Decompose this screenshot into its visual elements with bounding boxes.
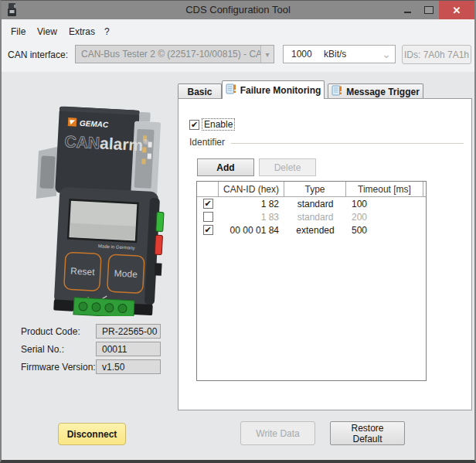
device-brand-text: GEMAC	[80, 119, 110, 129]
minimize-button[interactable]	[397, 1, 418, 19]
cell-can-id: 00 00 01 84	[219, 225, 284, 236]
header-can-id[interactable]: CAN-ID (hex)	[219, 182, 284, 196]
window-controls: ✕	[397, 1, 474, 19]
tab-failure-monitoring[interactable]: Failure Monitoring	[222, 80, 325, 99]
tab-basic-label: Basic	[187, 87, 212, 97]
table-row[interactable]: 1 83 standard 200	[197, 210, 426, 223]
tab-basic[interactable]: Basic	[178, 83, 222, 99]
red-led	[155, 235, 162, 254]
row-checkbox[interactable]: ✔	[203, 199, 213, 209]
table-row[interactable]: ✔ 1 82 standard 100	[197, 197, 426, 210]
enable-row: ✔ Enable	[189, 118, 235, 131]
enable-checkbox[interactable]: ✔	[189, 120, 199, 130]
table-row[interactable]: ✔ 00 00 01 84 extended 500	[197, 223, 426, 237]
bitrate-select[interactable]: 1000 kBit/s ⌄	[283, 45, 396, 63]
bitrate-value: 1000	[284, 49, 324, 60]
menu-view[interactable]: View	[34, 25, 60, 39]
cell-can-id: 1 82	[219, 199, 284, 209]
close-icon: ✕	[453, 5, 461, 16]
identifier-group-label: Identifier	[189, 137, 225, 148]
menu-file[interactable]: File	[8, 25, 29, 39]
device-product-suffix-text: alarm	[100, 134, 144, 154]
header-type[interactable]: Type	[284, 182, 346, 196]
header-timeout[interactable]: Timeout [ms]	[346, 182, 423, 196]
cell-can-id: 1 83	[219, 212, 284, 223]
device-registered-mark: ®	[143, 138, 149, 145]
menu-help[interactable]: ?	[101, 25, 113, 39]
add-button[interactable]: Add	[197, 158, 254, 176]
tab-message-trigger[interactable]: Message Trigger	[328, 83, 423, 99]
serial-number-label: Serial No.:	[21, 344, 64, 355]
title-bar[interactable]: CDS Configuration Tool ✕	[2, 1, 474, 19]
header-spacer	[423, 182, 426, 196]
restore-default-button[interactable]: Restore Default	[330, 421, 405, 445]
device-reset-button-text: Reset	[70, 266, 96, 278]
monitor-alert-icon	[226, 83, 236, 97]
disconnect-button[interactable]: Disconnect	[58, 423, 126, 445]
bitrate-unit: kBit/s	[324, 49, 378, 60]
menu-extras[interactable]: Extras	[66, 25, 98, 39]
maximize-button[interactable]	[418, 1, 439, 19]
monitor-alert-icon	[332, 85, 342, 98]
product-code-label: Product Code:	[21, 326, 80, 337]
header-check-column	[197, 182, 219, 196]
device-product-prefix-text: CAN	[64, 132, 100, 151]
cell-timeout: 200	[346, 212, 423, 223]
tab-failure-monitoring-label: Failure Monitoring	[240, 85, 321, 96]
app-window: CDS Configuration Tool ✕ File View Extra…	[0, 0, 476, 463]
cell-timeout: 500	[346, 225, 423, 236]
firmware-version-label: Firmware Version:	[21, 362, 96, 373]
ids-button: IDs: 7A0h 7A1h	[402, 45, 471, 64]
delete-button: Delete	[259, 158, 316, 176]
cell-type: standard	[284, 212, 346, 223]
chevron-down-icon: ⌄	[378, 48, 395, 60]
can-interface-label: CAN interface:	[8, 49, 68, 60]
can-interface-select: CAN-Bus Tester 2 © (22517-10/00815) - CA…	[75, 45, 274, 63]
close-button[interactable]: ✕	[439, 1, 474, 19]
row-checkbox[interactable]	[203, 212, 213, 222]
canalarm-device-image: GEMAC CANalarm® Made in Germany Reset	[13, 80, 175, 316]
serial-number-field: 00011	[96, 342, 161, 356]
cell-timeout: 100	[346, 199, 423, 209]
product-code-field: PR-22565-00	[96, 324, 161, 339]
cell-type: extended	[284, 225, 346, 236]
identifier-table[interactable]: CAN-ID (hex) Type Timeout [ms] ✔ 1 82 st…	[196, 181, 427, 381]
can-interface-value: CAN-Bus Tester 2 © (22517-10/00815) - CA…	[76, 49, 260, 60]
tab-message-trigger-label: Message Trigger	[346, 87, 420, 97]
cell-type: standard	[284, 199, 346, 209]
firmware-version-field: v1.50	[96, 359, 161, 374]
device-mode-button-text: Mode	[114, 267, 138, 280]
identifier-group-line	[231, 143, 464, 144]
row-checkbox[interactable]: ✔	[203, 225, 213, 235]
dropdown-arrow-icon: ▾	[260, 46, 274, 63]
write-data-button: Write Data	[240, 421, 315, 445]
enable-label: Enable	[202, 118, 235, 131]
maximize-icon	[424, 6, 434, 14]
identifier-table-header: CAN-ID (hex) Type Timeout [ms]	[197, 182, 426, 197]
minimize-icon	[404, 12, 411, 13]
green-led	[156, 212, 164, 231]
